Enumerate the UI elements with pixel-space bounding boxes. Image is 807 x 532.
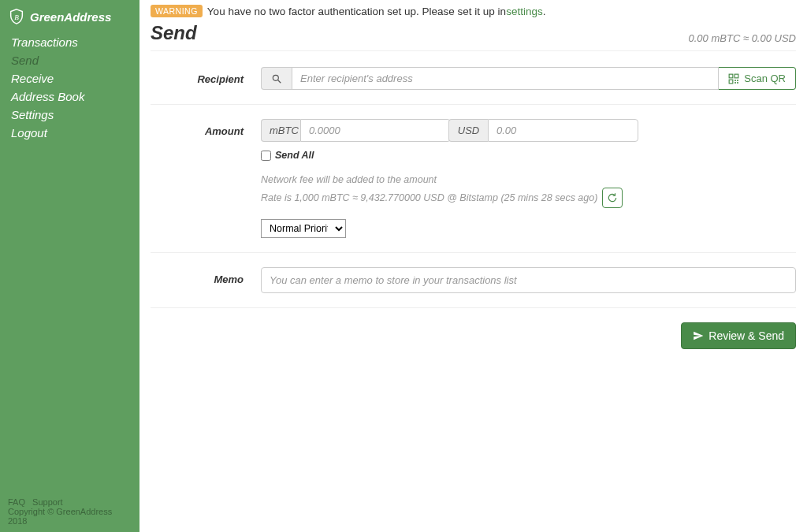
usd-group: USD	[448, 119, 614, 142]
send-all-checkbox[interactable]	[261, 151, 271, 161]
sidebar: B GreenAddress Transactions Send Receive…	[0, 0, 139, 532]
priority-select[interactable]: Normal Priority	[261, 219, 346, 238]
warning-text-suffix: .	[543, 6, 546, 17]
sidebar-item-transactions[interactable]: Transactions	[0, 33, 139, 51]
warning-text-prefix: You have no two factor authentication se…	[207, 6, 506, 17]
amount-row: Amount mBTC USD Send All	[151, 119, 796, 253]
memo-row: Memo	[151, 267, 796, 308]
warning-bar: WARNING You have no two factor authentic…	[151, 5, 796, 17]
brand-name: GreenAddress	[30, 10, 111, 24]
svg-rect-7	[737, 80, 738, 81]
refresh-icon	[607, 192, 618, 203]
scan-qr-button[interactable]: Scan QR	[719, 67, 796, 90]
sidebar-item-send[interactable]: Send	[0, 51, 139, 69]
memo-label: Memo	[151, 267, 261, 293]
review-send-button[interactable]: Review & Send	[681, 322, 796, 349]
amount-label: Amount	[151, 119, 261, 238]
svg-line-2	[278, 80, 281, 83]
recipient-input[interactable]	[292, 67, 719, 90]
brand: B GreenAddress	[0, 5, 139, 33]
usd-currency-label: USD	[448, 119, 488, 142]
main: WARNING You have no two factor authentic…	[139, 0, 807, 532]
balance: 0.00 mBTC ≈ 0.00 USD	[689, 32, 796, 44]
sidebar-footer: FAQ Support Copyright © GreenAddress 201…	[0, 493, 139, 532]
memo-input[interactable]	[261, 267, 796, 293]
search-icon[interactable]	[261, 67, 292, 90]
svg-rect-3	[729, 74, 733, 78]
paper-plane-icon	[693, 330, 704, 341]
footer-support-link[interactable]: Support	[32, 497, 63, 507]
svg-rect-4	[734, 74, 738, 78]
warning-badge: WARNING	[151, 5, 203, 17]
svg-rect-6	[734, 80, 736, 81]
qrcode-icon	[728, 73, 739, 84]
mbtc-group: mBTC	[261, 119, 426, 142]
recipient-label: Recipient	[151, 67, 261, 90]
fee-note: Network fee will be added to the amount	[261, 172, 796, 188]
sidebar-item-receive[interactable]: Receive	[0, 69, 139, 87]
footer-faq-link[interactable]: FAQ	[8, 497, 25, 507]
rate-text: Rate is 1,000 mBTC ≈ 9,432.770000 USD @ …	[261, 190, 597, 206]
warning-settings-link[interactable]: settings	[506, 6, 543, 17]
page-header: Send 0.00 mBTC ≈ 0.00 USD	[151, 22, 796, 51]
footer-copyright: Copyright © GreenAddress 2018	[8, 507, 132, 526]
sidebar-item-address-book[interactable]: Address Book	[0, 87, 139, 106]
send-all-label: Send All	[275, 150, 314, 161]
shield-bitcoin-icon: B	[8, 8, 25, 25]
nav: Transactions Send Receive Address Book S…	[0, 33, 139, 142]
svg-rect-8	[734, 82, 736, 84]
svg-point-1	[273, 75, 278, 80]
recipient-row: Recipient	[151, 67, 796, 105]
sidebar-item-settings[interactable]: Settings	[0, 106, 139, 124]
svg-rect-5	[729, 80, 733, 84]
svg-rect-9	[737, 82, 738, 84]
review-send-label: Review & Send	[708, 329, 784, 342]
mbtc-input[interactable]	[300, 119, 451, 142]
sidebar-item-logout[interactable]: Logout	[0, 124, 139, 142]
refresh-rate-button[interactable]	[602, 188, 623, 208]
scan-qr-label: Scan QR	[744, 73, 786, 84]
svg-text:B: B	[14, 13, 19, 21]
usd-input[interactable]	[488, 119, 638, 142]
mbtc-currency-label: mBTC	[261, 119, 300, 142]
page-title: Send	[151, 22, 197, 44]
